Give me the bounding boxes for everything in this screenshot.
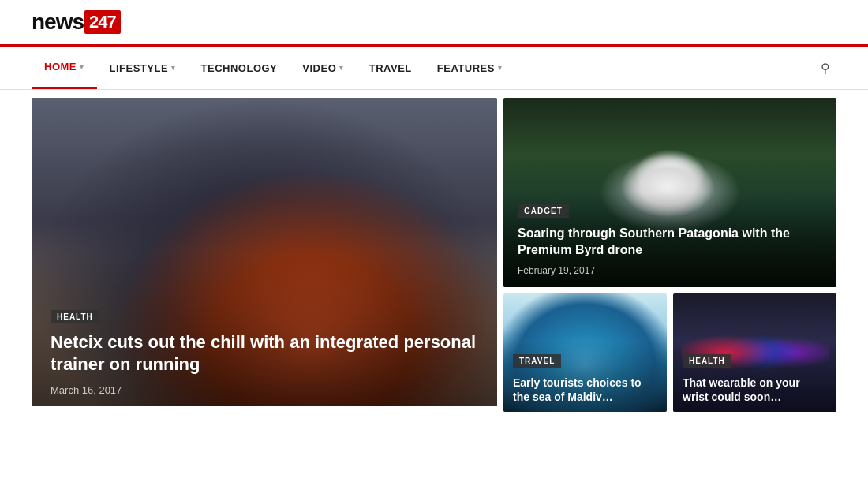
nav-link-technology[interactable]: TECHNOLOGY — [189, 48, 290, 88]
top-right-title: Soaring through Southern Patagonia with … — [518, 226, 822, 259]
main-article-card[interactable]: HEALTH Netcix cuts out the chill with an… — [32, 98, 497, 412]
nav-link-travel[interactable]: TRAVEL — [357, 48, 425, 88]
nav-item-technology[interactable]: TECHNOLOGY — [189, 48, 290, 88]
logo-text: news — [32, 9, 84, 35]
nav-item-features[interactable]: FEATURES ▾ — [425, 48, 515, 88]
main-card-overlay: HEALTH Netcix cuts out the chill with an… — [32, 293, 497, 412]
logo[interactable]: news247 — [32, 9, 121, 35]
nav-item-video[interactable]: VIDEO ▾ — [290, 48, 356, 88]
travel-title: Early tourists choices to the sea of Mal… — [513, 376, 657, 404]
nav: HOME ▾ LIFESTYLE ▾ TECHNOLOGY VIDEO ▾ TR… — [0, 47, 868, 90]
header: news247 — [0, 0, 868, 44]
content-grid: HEALTH Netcix cuts out the chill with an… — [0, 90, 868, 420]
top-right-card[interactable]: GADGET Soaring through Southern Patagoni… — [503, 98, 836, 287]
main-card-category: HEALTH — [51, 310, 99, 323]
search-icon[interactable]: ⚲ — [814, 54, 836, 82]
right-column: GADGET Soaring through Southern Patagoni… — [503, 98, 836, 412]
main-card-title: Netcix cuts out the chill with an integr… — [51, 331, 478, 376]
chevron-down-icon: ▾ — [80, 63, 84, 71]
nav-link-video[interactable]: VIDEO ▾ — [290, 48, 356, 88]
nav-item-lifestyle[interactable]: LIFESTYLE ▾ — [97, 48, 189, 88]
nav-item-travel[interactable]: TRAVEL — [357, 48, 425, 88]
bottom-right-card[interactable]: HEALTH That wearable on your wrist could… — [673, 293, 836, 412]
nav-item-home[interactable]: HOME ▾ — [32, 47, 97, 89]
bottom-right-overlay: HEALTH That wearable on your wrist could… — [673, 345, 836, 412]
travel-category: TRAVEL — [513, 354, 561, 368]
nav-link-features[interactable]: FEATURES ▾ — [425, 48, 515, 88]
chevron-down-icon: ▾ — [171, 64, 176, 72]
nav-link-lifestyle[interactable]: LIFESTYLE ▾ — [97, 48, 189, 88]
nav-items: HOME ▾ LIFESTYLE ▾ TECHNOLOGY VIDEO ▾ TR… — [32, 47, 814, 89]
bottom-left-overlay: TRAVEL Early tourists choices to the sea… — [503, 345, 667, 412]
main-card-date: March 16, 2017 — [51, 384, 478, 396]
nav-link-home[interactable]: HOME ▾ — [32, 47, 97, 89]
wearable-title: That wearable on your wrist could soon… — [683, 376, 827, 404]
logo-badge: 247 — [84, 10, 121, 34]
bottom-row: TRAVEL Early tourists choices to the sea… — [503, 293, 836, 412]
wearable-category: HEALTH — [683, 354, 731, 368]
chevron-down-icon: ▾ — [339, 64, 344, 72]
chevron-down-icon: ▾ — [498, 64, 503, 72]
top-right-date: February 19, 2017 — [518, 265, 822, 276]
top-right-overlay: GADGET Soaring through Southern Patagoni… — [503, 192, 836, 287]
top-right-category: GADGET — [518, 204, 569, 218]
bottom-left-card[interactable]: TRAVEL Early tourists choices to the sea… — [503, 293, 667, 412]
